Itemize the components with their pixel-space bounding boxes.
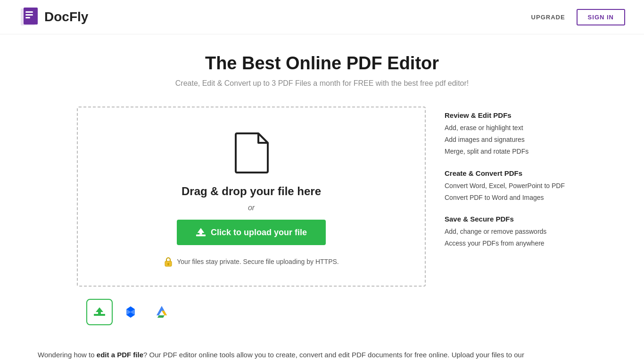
feature-group-secure-list: Add, change or remove passwords Access y… — [445, 226, 577, 249]
list-item: Convert Word, Excel, PowerPoint to PDF — [445, 180, 577, 192]
svg-marker-11 — [96, 307, 103, 314]
feature-group-secure-title: Save & Secure PDFs — [445, 215, 577, 223]
feature-group-review-title: Review & Edit PDFs — [445, 111, 577, 119]
hero-subtitle: Create, Edit & Convert up to 3 PDF Files… — [9, 79, 635, 88]
file-icon — [232, 131, 270, 173]
svg-rect-3 — [25, 14, 33, 16]
hero-title: The Best Online PDF Editor — [9, 53, 635, 74]
feature-group-create-title: Create & Convert PDFs — [445, 169, 577, 177]
svg-marker-20 — [162, 311, 167, 315]
dropbox-icon — [123, 304, 139, 320]
bottom-description: Wondering how to edit a PDF file? Our PD… — [0, 339, 566, 362]
feature-group-create-list: Convert Word, Excel, PowerPoint to PDF C… — [445, 180, 577, 204]
upload-section: Drag & drop your file here or Click to u… — [77, 107, 426, 330]
feature-group-create: Create & Convert PDFs Convert Word, Exce… — [445, 169, 577, 204]
cloud-icons-row — [86, 294, 426, 330]
bottom-bold: edit a PDF file — [97, 351, 143, 359]
logo-text: DocFly — [44, 9, 88, 25]
logo: DocFly — [19, 7, 88, 27]
upload-local-icon — [93, 305, 106, 319]
svg-rect-1 — [24, 8, 38, 25]
svg-marker-6 — [198, 228, 205, 235]
svg-rect-4 — [25, 17, 30, 18]
secure-text: Your files stay private. Secure file upl… — [92, 256, 411, 267]
list-item: Add, change or remove passwords — [445, 226, 577, 238]
upload-button[interactable]: Click to upload your file — [177, 220, 326, 245]
feature-group-secure: Save & Secure PDFs Add, change or remove… — [445, 215, 577, 249]
upload-icon — [196, 227, 206, 238]
hero-section: The Best Online PDF Editor Create, Edit … — [0, 34, 644, 97]
list-item: Merge, split and rotate PDFs — [445, 146, 577, 157]
header-nav: UPGRADE SIGN IN — [531, 9, 625, 25]
list-item: Convert PDF to Word and Images — [445, 192, 577, 204]
upgrade-link[interactable]: UPGRADE — [531, 14, 565, 21]
upload-dropzone[interactable]: Drag & drop your file here or Click to u… — [77, 107, 426, 287]
main-content: Drag & drop your file here or Click to u… — [39, 97, 605, 339]
list-item: Access your PDFs from anywhere — [445, 238, 577, 249]
svg-rect-5 — [196, 235, 206, 237]
google-drive-button[interactable] — [149, 299, 175, 325]
logo-icon — [19, 7, 40, 27]
list-item: Add images and signatures — [445, 134, 577, 146]
list-item: Add, erase or highlight text — [445, 122, 577, 134]
lock-icon — [164, 256, 173, 267]
feature-group-review: Review & Edit PDFs Add, erase or highlig… — [445, 111, 577, 158]
google-drive-icon — [154, 304, 170, 320]
svg-rect-9 — [168, 264, 169, 265]
dropbox-button[interactable] — [117, 299, 144, 325]
signin-button[interactable]: SIGN IN — [577, 9, 625, 25]
or-text: or — [92, 204, 411, 212]
drag-drop-text: Drag & drop your file here — [92, 185, 411, 198]
header: DocFly UPGRADE SIGN IN — [0, 0, 644, 34]
features-sidebar: Review & Edit PDFs Add, erase or highlig… — [426, 107, 577, 261]
svg-rect-2 — [25, 11, 33, 13]
feature-group-review-list: Add, erase or highlight text Add images … — [445, 122, 577, 158]
svg-rect-10 — [94, 314, 105, 316]
local-upload-button[interactable] — [86, 299, 113, 325]
